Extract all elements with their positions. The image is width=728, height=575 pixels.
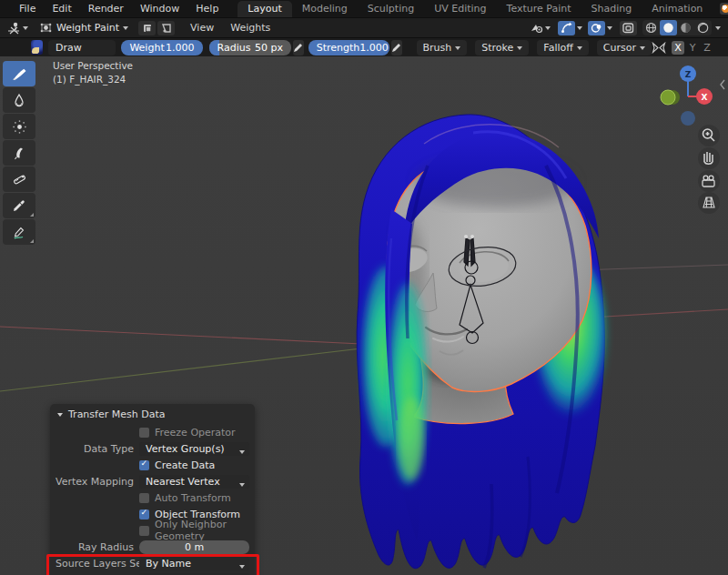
topbar: File Edit Render Window Help Layout Mode…: [0, 0, 728, 18]
data-type-value: Vertex Group(s): [146, 443, 225, 455]
blur-brush-tool[interactable]: [3, 87, 35, 113]
chevron-down-icon[interactable]: [577, 26, 582, 33]
ray-radius-label: Ray Radius: [56, 541, 139, 553]
object-transform-checkbox[interactable]: [139, 509, 149, 520]
annotate-tool[interactable]: [3, 219, 35, 245]
viewport-shading-group: [642, 20, 712, 35]
mirror-y-button[interactable]: Y: [686, 41, 699, 55]
menu-edit[interactable]: Edit: [44, 1, 79, 17]
falloff-popover[interactable]: Falloff: [537, 40, 588, 55]
menu-help[interactable]: Help: [187, 1, 227, 17]
vertex-mapping-dropdown[interactable]: Nearest Vertex: [139, 475, 249, 489]
tab-modeling[interactable]: Modeling: [292, 1, 358, 17]
ray-radius-value: 0 m: [185, 541, 204, 553]
xray-icon: [622, 23, 634, 34]
camera-view-button[interactable]: [698, 170, 720, 192]
create-data-checkbox[interactable]: [139, 460, 149, 470]
ray-radius-field[interactable]: 0 m: [139, 540, 249, 554]
nav-gizmo[interactable]: Z X: [661, 66, 713, 126]
pan-hand-button[interactable]: [698, 147, 720, 169]
sample-weight-tool[interactable]: [3, 193, 35, 218]
tab-uv-editing[interactable]: UV Editing: [424, 1, 496, 17]
tab-animation[interactable]: Animation: [642, 1, 713, 17]
tab-shading[interactable]: Shading: [581, 1, 642, 17]
pen-pressure-icon: [391, 43, 401, 53]
gradient-tool[interactable]: [3, 166, 35, 192]
cursor-popover[interactable]: Cursor: [597, 40, 652, 55]
vertex-mask-toggle[interactable]: [138, 21, 156, 35]
pen-pressure-icon: [293, 43, 303, 53]
rendered-shading-icon: [697, 22, 709, 34]
smear-brush-tool[interactable]: [3, 140, 35, 166]
brush-preview[interactable]: [31, 40, 43, 55]
face-mask-toggle[interactable]: [157, 21, 175, 35]
editor-type-button[interactable]: [5, 20, 31, 35]
chevron-down-icon: [577, 46, 582, 53]
sidebar-collapse-arrow[interactable]: [721, 80, 724, 89]
menu-render[interactable]: Render: [80, 1, 132, 17]
menu-window[interactable]: Window: [132, 1, 187, 17]
blender-window: File Edit Render Window Help Layout Mode…: [0, 0, 728, 575]
gizmo-z-label: Z: [685, 70, 692, 79]
chevron-down-icon: [239, 483, 245, 489]
material-shading-icon: [680, 22, 692, 34]
eyedropper-icon: [12, 198, 26, 213]
menu-weights[interactable]: Weights: [222, 20, 278, 36]
rendered-shading-button[interactable]: [694, 20, 712, 35]
object-visibility-button[interactable]: [527, 20, 553, 35]
toggle-xray-button[interactable]: [620, 21, 637, 35]
mirror-z-button[interactable]: Z: [701, 41, 713, 55]
3d-viewport[interactable]: User Perspective (1) F_HAIR_324: [0, 56, 728, 575]
cursor-popover-label: Cursor: [603, 42, 636, 54]
visibility-icon: [530, 23, 543, 34]
brush-name-field[interactable]: Draw: [48, 40, 116, 55]
weight-slider[interactable]: Weight 1.000: [121, 40, 202, 55]
stroke-popover[interactable]: Stroke: [475, 40, 529, 55]
source-layers-dropdown[interactable]: By Name: [139, 557, 249, 570]
weight-paint-mode-icon: [39, 22, 53, 34]
draw-brush-icon: [11, 66, 27, 82]
chevron-down-icon: [239, 450, 245, 457]
auto-transform-checkbox[interactable]: [139, 493, 149, 503]
overlays-icon: [591, 23, 603, 34]
chevron-down-icon[interactable]: [607, 26, 612, 33]
draw-brush-tool[interactable]: [3, 61, 35, 86]
panel-title: Transfer Mesh Data: [68, 409, 165, 420]
chevron-down-icon: [455, 46, 460, 53]
gradient-icon: [12, 172, 27, 187]
toggle-projection-button[interactable]: [698, 192, 720, 214]
mirror-x-button[interactable]: X: [672, 41, 684, 55]
mirror-z-label: Z: [703, 42, 711, 54]
radius-pressure-button[interactable]: [293, 40, 304, 55]
strength-slider[interactable]: Strength 1.000: [308, 40, 389, 55]
zoom-button[interactable]: [698, 125, 720, 146]
panel-header[interactable]: Transfer Mesh Data: [50, 404, 255, 424]
tab-layout[interactable]: Layout: [238, 1, 291, 17]
wireframe-shading-button[interactable]: [642, 20, 660, 35]
chevron-down-icon: [545, 26, 551, 33]
falloff-popover-label: Falloff: [543, 42, 572, 54]
menu-view[interactable]: View: [182, 20, 222, 36]
show-gizmos-toggle[interactable]: [558, 21, 575, 35]
material-shading-button[interactable]: [677, 20, 694, 35]
brush-name-label: Draw: [56, 42, 82, 54]
freeze-operator-checkbox[interactable]: [139, 428, 149, 438]
strength-pressure-button[interactable]: [391, 40, 402, 55]
tab-texture-paint[interactable]: Texture Paint: [497, 1, 581, 17]
strength-label: Strength: [317, 42, 360, 54]
solid-shading-icon: [662, 22, 674, 34]
tab-sculpting[interactable]: Sculpting: [358, 1, 424, 17]
data-type-dropdown[interactable]: Vertex Group(s): [139, 442, 249, 456]
brush-popover[interactable]: Brush: [417, 40, 468, 55]
show-overlays-toggle[interactable]: [588, 21, 605, 35]
mode-selector[interactable]: Weight Paint: [36, 20, 131, 35]
menu-file[interactable]: File: [11, 1, 44, 17]
solid-shading-button[interactable]: [660, 20, 677, 35]
editor-type-icon: [7, 22, 21, 35]
average-brush-tool[interactable]: [3, 114, 35, 139]
chevron-down-icon[interactable]: [715, 26, 721, 33]
gizmos-icon: [561, 22, 572, 34]
scene-icon[interactable]: [720, 3, 728, 15]
radius-slider[interactable]: Radius 50 px: [209, 40, 292, 55]
only-neighbor-geometry-checkbox[interactable]: [139, 526, 149, 536]
